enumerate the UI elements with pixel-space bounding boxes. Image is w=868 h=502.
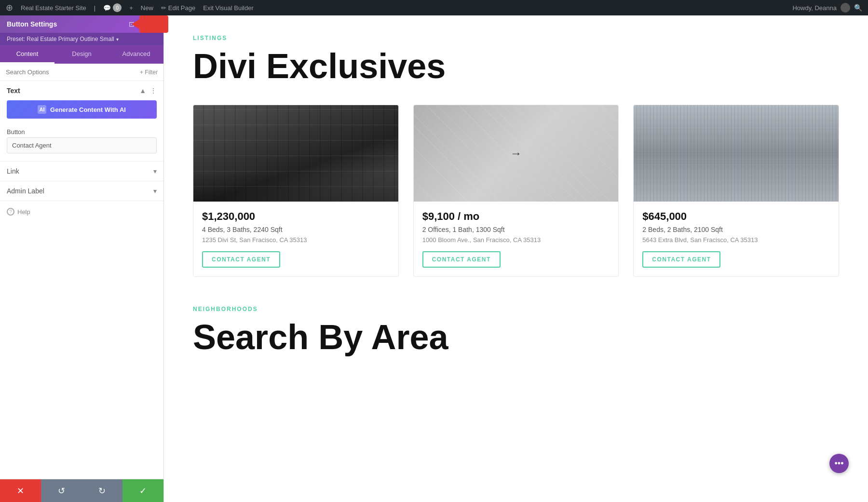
text-section-chevron-icon: ▲ <box>139 87 146 95</box>
new-menu-item[interactable]: New <box>141 4 153 12</box>
help-icon: ? <box>7 208 14 216</box>
contact-agent-button[interactable]: CONTACT AGENT <box>202 251 280 268</box>
listings-tag: LISTINGS <box>193 35 839 41</box>
comment-icon[interactable]: 💬 0 <box>103 3 122 12</box>
neighborhoods-section: NEIGHBORHOODS Search By Area <box>193 306 839 356</box>
listing-address: 1235 Divi St, San Fracisco, CA 35313 <box>202 236 390 244</box>
neighborhoods-heading: Search By Area <box>193 318 839 356</box>
arrow-indicator <box>132 15 168 33</box>
contact-agent-button[interactable]: CONTACT AGENT <box>422 251 501 268</box>
admin-label-section-title: Admin Label <box>7 187 44 195</box>
red-arrow-icon <box>132 19 139 29</box>
tab-advanced[interactable]: Advanced <box>109 45 163 64</box>
text-section: Text ▲ ⋮ AI Generate Content With AI But… <box>0 81 163 162</box>
listing-card: $645,000 2 Beds, 2 Baths, 2100 Sqft 5643… <box>633 105 839 277</box>
help-row[interactable]: ? Help <box>0 201 163 222</box>
wordpress-logo-icon[interactable]: ⊕ <box>6 2 13 13</box>
search-input[interactable] <box>6 68 136 76</box>
left-panel: Button Settings ⊡ ⊞ ⋮ Preset: Real Estat… <box>0 15 164 502</box>
listings-heading: Divi Exclusives <box>193 47 839 85</box>
listing-card: $1,230,000 4 Beds, 3 Baths, 2240 Sqft 12… <box>193 105 399 277</box>
listing-card: → $9,100 / mo 2 Offices, 1 Bath, 1300 Sq… <box>413 105 619 277</box>
page-content: LISTINGS Divi Exclusives $1,230,000 4 Be… <box>164 15 868 502</box>
listings-grid: $1,230,000 4 Beds, 3 Baths, 2240 Sqft 12… <box>193 105 839 277</box>
preset-chevron-icon: ▾ <box>116 37 119 42</box>
user-avatar <box>841 3 850 13</box>
listing-details: 2 Beds, 2 Baths, 2100 Sqft <box>642 226 830 233</box>
panel-tabs: Content Design Advanced <box>0 45 163 64</box>
tab-design[interactable]: Design <box>54 45 109 64</box>
contact-agent-button[interactable]: CONTACT AGENT <box>642 251 720 268</box>
panel-content: + Filter Text ▲ ⋮ AI Generate Co <box>0 64 163 479</box>
edit-page-link[interactable]: ✏ Edit Page <box>161 4 195 12</box>
confirm-button[interactable]: ✓ <box>122 479 163 502</box>
tab-content[interactable]: Content <box>0 45 54 64</box>
button-text-field[interactable]: Contact Agent <box>7 137 157 153</box>
text-section-more-icon[interactable]: ⋮ <box>150 87 157 95</box>
listing-price: $1,230,000 <box>202 210 390 223</box>
listing-body: $9,100 / mo 2 Offices, 1 Bath, 1300 Sqft… <box>414 202 619 276</box>
listing-price: $645,000 <box>642 210 830 223</box>
admin-label-chevron-icon: ▾ <box>153 187 157 195</box>
search-bar: + Filter <box>0 64 163 81</box>
close-button[interactable]: ✕ <box>0 479 41 502</box>
ai-generate-button[interactable]: AI Generate Content With AI <box>7 100 157 119</box>
panel-title: Button Settings <box>7 20 57 28</box>
main-layout: Button Settings ⊡ ⊞ ⋮ Preset: Real Estat… <box>0 15 868 502</box>
ai-icon: AI <box>38 105 46 114</box>
listing-details: 2 Offices, 1 Bath, 1300 Sqft <box>422 226 610 233</box>
listing-details: 4 Beds, 3 Baths, 2240 Sqft <box>202 226 390 233</box>
wp-admin-bar: ⊕ Real Estate Starter Site | 💬 0 + New ✏… <box>0 0 868 15</box>
listing-body: $645,000 2 Beds, 2 Baths, 2100 Sqft 5643… <box>634 202 839 276</box>
listing-image: → <box>414 105 619 202</box>
red-bar <box>139 15 168 33</box>
floating-dots-button[interactable]: ••• <box>829 454 849 473</box>
link-section-title: Link <box>7 167 19 175</box>
search-icon[interactable]: 🔍 <box>854 4 862 12</box>
preset-bar[interactable]: Preset: Real Estate Primary Outline Smal… <box>0 33 163 45</box>
site-name[interactable]: Real Estate Starter Site <box>21 4 86 12</box>
listing-image <box>193 105 398 202</box>
link-chevron-icon: ▾ <box>153 167 157 175</box>
listing-price: $9,100 / mo <box>422 210 610 223</box>
text-section-header[interactable]: Text ▲ ⋮ <box>0 81 163 100</box>
comment-count: 0 <box>113 3 122 12</box>
bottom-toolbar: ✕ ↺ ↻ ✓ <box>0 479 163 502</box>
button-subsection-label: Button <box>0 124 163 137</box>
listing-address: 1000 Bloom Ave., San Fracisco, CA 35313 <box>422 236 610 244</box>
listings-section: LISTINGS Divi Exclusives $1,230,000 4 Be… <box>193 35 839 277</box>
redo-button[interactable]: ↻ <box>82 479 123 502</box>
undo-button[interactable]: ↺ <box>41 479 82 502</box>
listing-image <box>634 105 839 202</box>
arrow-icon: → <box>510 147 522 160</box>
neighborhoods-tag: NEIGHBORHOODS <box>193 306 839 312</box>
user-menu[interactable]: Howdy, Deanna 🔍 <box>792 3 862 13</box>
admin-label-section[interactable]: Admin Label ▾ <box>0 181 163 201</box>
listing-address: 5643 Extra Blvd, San Fracisco, CA 35313 <box>642 236 830 244</box>
link-section[interactable]: Link ▾ <box>0 162 163 181</box>
filter-button[interactable]: + Filter <box>140 69 158 76</box>
panel-header: Button Settings ⊡ ⊞ ⋮ <box>0 15 163 33</box>
listing-body: $1,230,000 4 Beds, 3 Baths, 2240 Sqft 12… <box>193 202 398 276</box>
exit-builder-link[interactable]: Exit Visual Builder <box>203 4 254 12</box>
text-section-title: Text <box>7 87 20 95</box>
